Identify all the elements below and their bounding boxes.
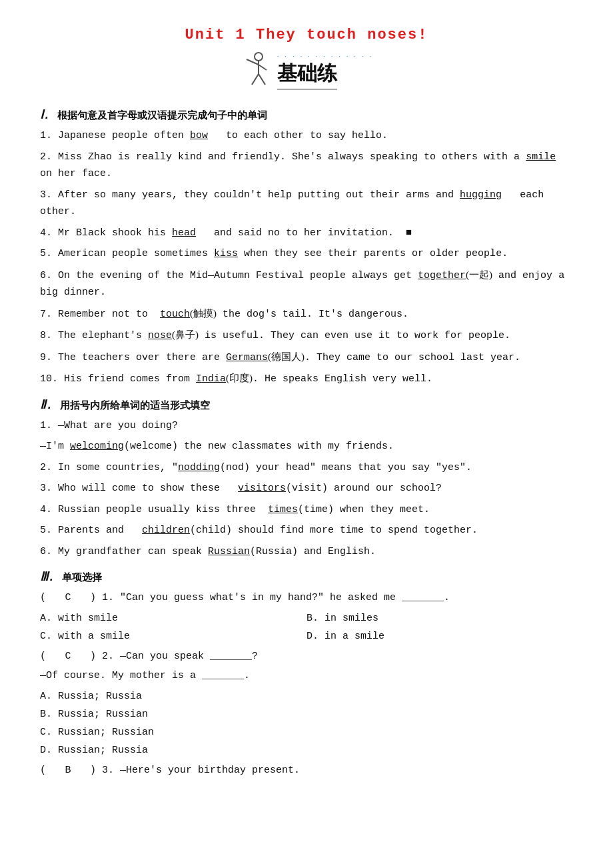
svg-line-3 <box>259 65 267 70</box>
mc-q2-optA: A. Russia; Russia <box>40 687 306 705</box>
mc-answer-3: B <box>58 762 78 779</box>
q-I-5: 5. American people sometimes kiss when t… <box>40 245 573 263</box>
answer-nose: nose <box>148 330 172 341</box>
mc-q2-optB: B. Russia; Russian <box>40 705 306 723</box>
roman-III: Ⅲ. <box>40 569 55 584</box>
q-II-5: 5. Parents and children(child) should fi… <box>40 522 573 539</box>
mc-q2-empty <box>306 687 573 705</box>
answer-visitors: visitors <box>238 483 286 494</box>
mc-q2-sub: —Of course. My mother is a _______. <box>40 667 573 685</box>
mc-q2-optD: D. Russian; Russia <box>40 741 306 759</box>
q-I-10: 10. His friend comes from India(印度). He … <box>40 370 573 388</box>
q-II-2: 2. In some countries, "nodding(nod) your… <box>40 459 573 477</box>
q-I-7: 7. Remember not to touch(触摸) the dog's t… <box>40 305 573 323</box>
q-I-2: 2. Miss Zhao is really kind and friendly… <box>40 149 573 183</box>
stick-figure-icon <box>240 51 272 91</box>
mc-answer-2: C <box>58 648 78 665</box>
svg-line-4 <box>252 74 259 85</box>
q-I-9: 9. The teachers over there are Germans(德… <box>40 349 573 367</box>
banner-dots: · · · · · · · · · · · · · <box>277 53 373 60</box>
q-I-1: 1. Japanese people often bow to each oth… <box>40 127 573 145</box>
q-I-3: 3. After so many years, they couldn't he… <box>40 187 573 221</box>
q-I-8: 8. The elephant's nose(鼻子) is useful. Th… <box>40 327 573 345</box>
q-II-3: 3. Who will come to show these visitors(… <box>40 480 573 497</box>
section-II-instruction: 用括号内所给单词的适当形式填空 <box>60 399 210 412</box>
answer-hugging: hugging <box>460 189 502 201</box>
answer-kiss: kiss <box>214 248 238 259</box>
mc-q1-optB: B. in smiles <box>306 609 573 627</box>
banner-text: · · · · · · · · · · · · · 基础练 <box>277 53 373 90</box>
section-III-instruction: 单项选择 <box>62 571 102 584</box>
mc-q1-optA: A. with smile <box>40 609 306 627</box>
mc-q2-optC: C. Russian; Russian <box>40 723 306 741</box>
section-II: Ⅱ. 用括号内所给单词的适当形式填空 1. —What are you doin… <box>40 397 573 561</box>
answer-children: children <box>142 525 190 536</box>
mc-q1: ( C ) 1. "Can you guess what's in my han… <box>40 589 573 607</box>
section-banner: · · · · · · · · · · · · · 基础练 <box>40 51 573 91</box>
answer-bow: bow <box>190 130 208 141</box>
answer-head: head <box>172 227 196 239</box>
mc-q2-empty3 <box>306 723 573 741</box>
section-I-header: Ⅰ. 根据句意及首字母或汉语提示完成句子中的单词 <box>40 107 573 122</box>
section-II-header: Ⅱ. 用括号内所给单词的适当形式填空 <box>40 397 573 412</box>
section-I: Ⅰ. 根据句意及首字母或汉语提示完成句子中的单词 1. Japanese peo… <box>40 107 573 388</box>
roman-I: Ⅰ. <box>40 107 51 122</box>
mc-q1-options: A. with smile B. in smiles C. with a smi… <box>40 609 573 645</box>
mc-q3: ( B ) 3. —Here's your birthday present. <box>40 762 573 779</box>
answer-nodding: nodding <box>178 462 220 473</box>
answer-touch: touch <box>160 309 190 320</box>
answer-russian: Russian <box>208 546 250 557</box>
section-I-instruction: 根据句意及首字母或汉语提示完成句子中的单词 <box>57 109 267 122</box>
q-I-6: 6. On the evening of the Mid—Autumn Fest… <box>40 267 573 301</box>
roman-II: Ⅱ. <box>40 397 53 412</box>
q-II-1b: —I'm welcoming(welcome) the new classmat… <box>40 438 573 455</box>
q-II-6: 6. My grandfather can speak Russian(Russ… <box>40 543 573 561</box>
answer-india: India <box>196 373 226 385</box>
svg-point-0 <box>255 53 263 61</box>
answer-times: times <box>268 504 298 515</box>
banner-label: 基础练 <box>277 60 337 90</box>
answer-germans: Germans <box>226 352 268 363</box>
q-II-4: 4. Russian people usually kiss three tim… <box>40 501 573 519</box>
answer-together: together <box>418 270 466 281</box>
q-I-4: 4. Mr Black shook his head and said no t… <box>40 225 573 242</box>
mc-q2-empty4 <box>306 741 573 759</box>
answer-smile: smile <box>526 151 556 163</box>
mc-q2-empty2 <box>306 705 573 723</box>
mc-q2-options: A. Russia; Russia B. Russia; Russian C. … <box>40 687 573 759</box>
svg-line-5 <box>259 74 265 85</box>
mc-answer-1: C <box>58 589 78 607</box>
q-II-1a: 1. —What are you doing? <box>40 417 573 435</box>
mc-q2: ( C ) 2. —Can you speak _______? <box>40 648 573 665</box>
page-title: Unit 1 They touch noses! <box>40 27 573 43</box>
mc-q1-optC: C. with a smile <box>40 627 306 645</box>
answer-welcoming: welcoming <box>70 441 124 452</box>
section-III: Ⅲ. 单项选择 ( C ) 1. "Can you guess what's i… <box>40 569 573 779</box>
mc-q1-optD: D. in a smile <box>306 627 573 645</box>
section-III-header: Ⅲ. 单项选择 <box>40 569 573 584</box>
